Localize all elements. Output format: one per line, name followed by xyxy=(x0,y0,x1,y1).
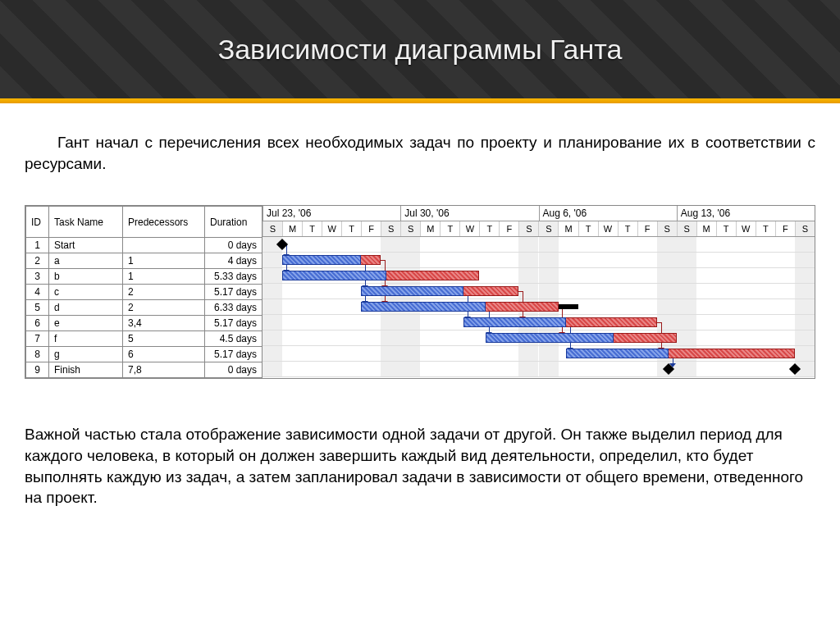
cell-id: 8 xyxy=(26,347,49,362)
timeline-weeks: Jul 23, '06Jul 30, '06Aug 6, '06Aug 13, … xyxy=(262,206,815,221)
cell-name: e xyxy=(49,316,123,331)
day-label: T xyxy=(302,221,322,236)
day-label: F xyxy=(637,221,657,236)
day-label: W xyxy=(459,221,479,236)
gantt-row xyxy=(262,362,815,377)
table-row: 3b15.33 days xyxy=(26,269,262,285)
day-label: T xyxy=(618,221,637,236)
cell-pred: 2 xyxy=(123,300,205,316)
week-label: Aug 13, '06 xyxy=(677,206,815,221)
cell-pred: 1 xyxy=(123,269,205,285)
gantt-bar-blue xyxy=(282,271,386,280)
cell-name: Finish xyxy=(49,362,123,378)
cell-pred: 7,8 xyxy=(123,362,205,378)
gantt-bar-blue xyxy=(282,255,361,265)
cell-dur: 5.17 days xyxy=(205,285,262,300)
slide-title: Зависимости диаграммы Ганта xyxy=(218,34,623,66)
week-label: Aug 6, '06 xyxy=(539,206,677,221)
cell-name: a xyxy=(49,253,123,269)
cell-name: c xyxy=(49,285,123,300)
cell-id: 9 xyxy=(26,362,49,378)
col-id: ID xyxy=(26,207,49,238)
gantt-bar-red xyxy=(381,271,479,280)
day-label: W xyxy=(322,221,341,236)
cell-dur: 5.17 days xyxy=(205,316,262,331)
table-row: 5d26.33 days xyxy=(26,300,262,316)
day-label: S xyxy=(400,221,420,236)
cell-dur: 4.5 days xyxy=(205,331,262,347)
cell-dur: 4 days xyxy=(205,253,262,269)
gantt-bar-blue xyxy=(361,286,463,296)
cell-name: b xyxy=(49,269,123,285)
cell-id: 6 xyxy=(26,316,49,331)
col-dur: Duration xyxy=(205,207,262,238)
timeline-days: SMTWTFSSMTWTFSSMTWTFSSMTWTFS xyxy=(262,221,815,237)
gantt-bar-red xyxy=(657,349,795,358)
gantt-bar-blue xyxy=(566,349,669,358)
intro-paragraph: Гант начал с перечисления всех необходим… xyxy=(25,132,815,174)
table-row: 9Finish7,80 days xyxy=(26,362,262,378)
cell-pred: 6 xyxy=(123,347,205,362)
week-label: Jul 23, '06 xyxy=(262,206,400,221)
week-label: Jul 30, '06 xyxy=(400,206,538,221)
task-table-header-row: ID Task Name Predecessors Duration xyxy=(26,207,262,238)
table-row: 1Start0 days xyxy=(26,238,262,253)
cell-pred: 2 xyxy=(123,285,205,300)
day-label: S xyxy=(381,221,400,236)
day-label: S xyxy=(677,221,696,236)
cell-id: 3 xyxy=(26,269,49,285)
cell-id: 1 xyxy=(26,238,49,253)
cell-id: 7 xyxy=(26,331,49,347)
day-label: S xyxy=(518,221,538,236)
day-label: F xyxy=(361,221,381,236)
day-label: F xyxy=(775,221,795,236)
day-label: S xyxy=(262,221,282,236)
day-label: S xyxy=(657,221,677,236)
day-label: S xyxy=(538,221,558,236)
gantt-bar-blue xyxy=(361,302,485,312)
task-table: ID Task Name Predecessors Duration 1Star… xyxy=(25,206,262,378)
outtro-paragraph: Важной частью стала отображение зависимо… xyxy=(25,424,815,508)
day-label: T xyxy=(756,221,775,236)
cell-id: 5 xyxy=(26,300,49,316)
table-row: 7f54.5 days xyxy=(26,331,262,347)
day-label: F xyxy=(499,221,518,236)
cell-dur: 0 days xyxy=(205,238,262,253)
cell-name: d xyxy=(49,300,123,316)
day-label: T xyxy=(440,221,459,236)
table-row: 8g65.17 days xyxy=(26,347,262,362)
cell-name: f xyxy=(49,331,123,347)
slide-header: Зависимости диаграммы Ганта xyxy=(0,0,840,98)
day-label: M xyxy=(558,221,578,236)
cell-name: g xyxy=(49,347,123,362)
day-label: W xyxy=(736,221,756,236)
day-label: T xyxy=(341,221,361,236)
day-label: W xyxy=(598,221,618,236)
col-pred: Predecessors xyxy=(123,207,205,238)
gantt-row xyxy=(262,284,815,299)
gantt-bar-blue xyxy=(486,333,614,343)
table-row: 6e3,45.17 days xyxy=(26,316,262,331)
cell-name: Start xyxy=(49,238,123,253)
gantt-chart: ID Task Name Predecessors Duration 1Star… xyxy=(25,205,815,379)
cell-dur: 5.17 days xyxy=(205,347,262,362)
day-label: T xyxy=(716,221,736,236)
gantt-bar-blue xyxy=(463,317,566,327)
cell-pred: 1 xyxy=(123,253,205,269)
day-label: S xyxy=(795,221,815,236)
table-row: 2a14 days xyxy=(26,253,262,269)
table-row: 4c25.17 days xyxy=(26,285,262,300)
timeline: Jul 23, '06Jul 30, '06Aug 6, '06Aug 13, … xyxy=(262,206,815,378)
cell-id: 2 xyxy=(26,253,49,269)
day-label: M xyxy=(282,221,302,236)
day-label: M xyxy=(420,221,440,236)
cell-id: 4 xyxy=(26,285,49,300)
col-name: Task Name xyxy=(49,207,123,238)
day-label: M xyxy=(696,221,716,236)
gantt-row xyxy=(262,237,815,253)
cell-dur: 6.33 days xyxy=(205,300,262,316)
day-label: T xyxy=(479,221,499,236)
slide-content: Гант начал с перечисления всех необходим… xyxy=(0,103,840,508)
cell-pred xyxy=(123,238,205,253)
cell-pred: 5 xyxy=(123,331,205,347)
